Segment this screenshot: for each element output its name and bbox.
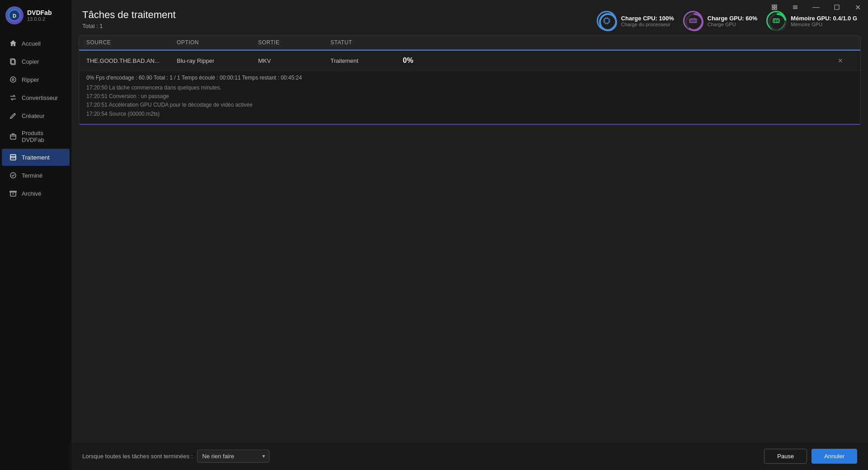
sidebar-label-copier: Copier xyxy=(22,58,39,65)
app-name: DVDFab xyxy=(27,9,52,16)
svg-rect-19 xyxy=(835,5,839,9)
table-body: THE.GOOD.THE.BAD.AN... Blu-ray Ripper MK… xyxy=(79,50,860,125)
sidebar-label-ripper: Ripper xyxy=(22,76,39,83)
bottom-left: Lorsque toutes les tâches sont terminées… xyxy=(82,450,269,463)
page-title-area: Tâches de traitement Total : 1 xyxy=(82,9,176,29)
svg-rect-6 xyxy=(10,135,16,139)
col-sortie: Sortie xyxy=(258,39,330,46)
completion-select[interactable]: Ne rien faire Éteindre Redémarrer Mise e… xyxy=(197,450,269,463)
sidebar-label-traitement: Traitement xyxy=(22,154,50,161)
sidebar-item-accueil[interactable]: Accueil xyxy=(2,35,70,52)
sidebar-item-convertisseur[interactable]: Convertisseur xyxy=(2,89,70,106)
task-source: THE.GOOD.THE.BAD.AN... xyxy=(86,57,177,64)
sidebar-item-copier[interactable]: Copier xyxy=(2,53,70,70)
col-action xyxy=(835,39,853,46)
log-line-2: 17:20:51 Conversion : un passage xyxy=(86,92,853,101)
task-statut: Traitement xyxy=(330,57,403,64)
content-header: Tâches de traitement Total : 1 xyxy=(71,0,868,35)
edit-icon xyxy=(9,112,17,120)
completion-label: Lorsque toutes les tâches sont terminées… xyxy=(82,453,193,460)
svg-text:D: D xyxy=(13,13,16,19)
task-percent: 0% xyxy=(403,56,835,65)
copy-icon xyxy=(9,57,17,66)
page-subtitle: Total : 1 xyxy=(82,23,176,29)
settings-titlebar-button[interactable] xyxy=(764,0,785,14)
table-header: Source Option Sortie Statut xyxy=(79,36,860,50)
app-logo: D DVDFab 13.0.0.2 xyxy=(0,0,71,31)
col-source: Source xyxy=(86,39,177,46)
cpu-label: Charge CPU: 100% xyxy=(621,15,674,22)
log-summary: 0% Fps d'encodage : 60.90 Total : 1 / 1 … xyxy=(86,75,853,81)
titlebar: — ✕ xyxy=(764,0,868,14)
memory-stat-text: Mémoire GPU: 0.4/1.0 G Mémoire GPU xyxy=(791,15,857,27)
archive-icon xyxy=(9,189,17,197)
box-icon xyxy=(9,132,17,141)
cpu-stat: Charge CPU: 100% Charge du processeur xyxy=(597,11,674,31)
tasks-table: Source Option Sortie Statut THE.GOOD.THE… xyxy=(79,35,861,125)
home-icon xyxy=(9,39,17,47)
pause-button[interactable]: Pause xyxy=(764,449,807,464)
logo-text: DVDFab 13.0.0.2 xyxy=(27,9,52,22)
sidebar-item-termine[interactable]: Terminé xyxy=(2,167,70,184)
sidebar-item-produits[interactable]: Produits DVDFab xyxy=(2,125,70,148)
sidebar-item-createur[interactable]: Créateur xyxy=(2,107,70,124)
memory-sublabel: Mémoire GPU xyxy=(791,22,857,27)
gpu-label: Charge GPU: 60% xyxy=(708,15,758,22)
sidebar-item-archive[interactable]: Archivé xyxy=(2,185,70,202)
svg-point-5 xyxy=(12,79,14,80)
cancel-button[interactable]: Annuler xyxy=(811,449,857,464)
sidebar-label-produits: Produits DVDFab xyxy=(22,130,62,143)
col-statut: Statut xyxy=(330,39,403,46)
svg-rect-14 xyxy=(772,8,774,9)
sidebar-label-termine: Terminé xyxy=(22,172,42,179)
menu-titlebar-button[interactable] xyxy=(785,0,806,14)
task-log-area: 0% Fps d'encodage : 60.90 Total : 1 / 1 … xyxy=(79,71,860,125)
cpu-circle xyxy=(597,11,617,31)
sidebar-item-ripper[interactable]: Ripper xyxy=(2,71,70,88)
maximize-button[interactable] xyxy=(826,0,847,14)
disc-icon xyxy=(9,75,17,84)
sidebar-item-traitement[interactable]: Traitement xyxy=(2,149,70,166)
task-sortie: MKV xyxy=(258,57,330,64)
sidebar-navigation: Accueil Copier Ripper xyxy=(0,34,71,202)
cpu-sublabel: Charge du processeur xyxy=(621,22,674,27)
log-line-4: 17:20:54 Source (00000.m2ts) xyxy=(86,110,853,118)
log-line-1: 17:20:50 La tâche commencera dans quelqu… xyxy=(86,84,853,92)
svg-rect-7 xyxy=(10,155,16,160)
log-line-3: 17:20:51 Accélération GPU CUDA pour le d… xyxy=(86,101,853,109)
sidebar-label-archive: Archivé xyxy=(22,190,41,197)
svg-rect-15 xyxy=(775,8,777,9)
minimize-button[interactable]: — xyxy=(806,0,826,14)
memory-label: Mémoire GPU: 0.4/1.0 G xyxy=(791,15,857,22)
task-close-button[interactable]: ✕ xyxy=(835,55,846,66)
page-title: Tâches de traitement xyxy=(82,9,176,21)
sidebar-label-createur: Créateur xyxy=(22,113,45,119)
cpu-stat-text: Charge CPU: 100% Charge du processeur xyxy=(621,15,674,27)
svg-point-4 xyxy=(10,77,16,82)
sidebar-label-convertisseur: Convertisseur xyxy=(22,94,58,101)
gpu-circle xyxy=(683,11,703,31)
gpu-stat-text: Charge GPU: 60% Charge GPU xyxy=(708,15,758,27)
gpu-stat: Charge GPU: 60% Charge GPU xyxy=(683,11,758,31)
bottom-right: Pause Annuler xyxy=(764,449,857,464)
col-option: Option xyxy=(177,39,258,46)
check-icon xyxy=(9,171,17,179)
gpu-sublabel: Charge GPU xyxy=(708,22,758,27)
main-content: — ✕ Tâches de traitement Total : 1 xyxy=(71,0,868,470)
svg-rect-22 xyxy=(604,19,609,23)
col-percent xyxy=(403,39,835,46)
svg-rect-13 xyxy=(775,5,777,7)
play-icon xyxy=(9,153,17,161)
sidebar-label-accueil: Accueil xyxy=(22,40,41,47)
convert-icon xyxy=(9,94,17,102)
logo-icon: D xyxy=(5,6,24,24)
bottom-bar: Lorsque toutes les tâches sont terminées… xyxy=(71,442,868,470)
table-row: THE.GOOD.THE.BAD.AN... Blu-ray Ripper MK… xyxy=(79,50,860,71)
svg-rect-12 xyxy=(772,5,774,7)
task-option: Blu-ray Ripper xyxy=(177,57,258,64)
completion-select-wrapper: Ne rien faire Éteindre Redémarrer Mise e… xyxy=(197,450,269,463)
close-button[interactable]: ✕ xyxy=(847,0,868,14)
app-version: 13.0.0.2 xyxy=(27,16,52,22)
sidebar: D DVDFab 13.0.0.2 Accueil Copier xyxy=(0,0,71,470)
